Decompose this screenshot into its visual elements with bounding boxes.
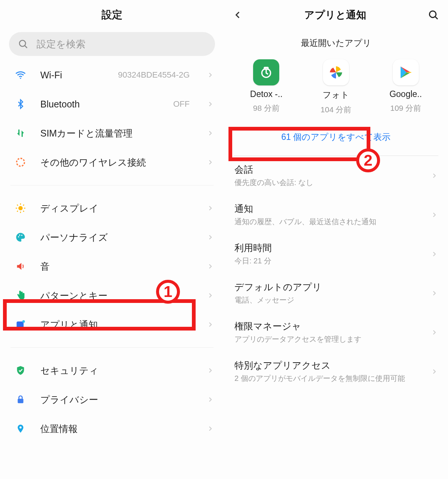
row-permission-manager[interactable]: 権限マネージャ アプリのデータアクセスを管理します: [224, 313, 448, 352]
setting-label: Wi-Fi: [40, 70, 105, 81]
svg-rect-16: [17, 322, 24, 329]
location-icon: [14, 423, 27, 434]
app-time: 109 分前: [390, 103, 421, 113]
chevron-right-icon: [207, 263, 214, 270]
setting-label: 位置情報: [40, 423, 193, 435]
divider: [10, 185, 214, 185]
chevron-right-icon: [431, 212, 438, 218]
wifi-icon: [14, 69, 27, 81]
row-title: 権限マネージャ: [234, 320, 423, 332]
settings-list-3: セキュリティ プライバシー 位置情報: [0, 356, 224, 443]
chevron-right-icon: [207, 396, 214, 403]
setting-value: OFF: [173, 99, 190, 109]
row-title: デフォルトのアプリ: [234, 281, 423, 293]
row-notifications[interactable]: 通知 通知の履歴、バブル、最近送信された通知: [224, 195, 448, 234]
chevron-right-icon: [431, 251, 438, 257]
svg-point-15: [21, 235, 22, 236]
setting-row-sound[interactable]: 音: [0, 252, 224, 281]
apps-settings-list: 会話 優先度の高い会話: なし 通知 通知の履歴、バブル、最近送信された通知 利…: [224, 156, 448, 391]
chevron-right-icon: [207, 321, 214, 328]
svg-line-12: [23, 205, 24, 206]
row-title: 会話: [234, 163, 423, 176]
recent-apps-heading: 最近開いたアプリ: [224, 37, 448, 49]
page-title: アプリと通知: [250, 8, 420, 22]
chevron-right-icon: [207, 130, 214, 137]
setting-row-bluetooth[interactable]: Bluetooth OFF: [0, 90, 224, 119]
wireless-icon: [14, 157, 27, 168]
row-subtitle: 電話、メッセージ: [234, 295, 423, 305]
search-placeholder: 設定を検索: [37, 38, 85, 51]
setting-label: ディスプレイ: [40, 202, 193, 215]
setting-label: セキュリティ: [40, 364, 193, 377]
svg-rect-18: [18, 399, 23, 403]
chevron-right-icon: [207, 205, 214, 212]
setting-row-privacy[interactable]: プライバシー: [0, 385, 224, 414]
svg-point-3: [17, 159, 25, 166]
settings-pane: 設定 設定を検索 Wi-Fi 90324BDE4554-2G Bluetooth…: [0, 0, 224, 479]
recent-app-photos[interactable]: フォト 104 分前: [306, 59, 366, 115]
row-title: 特別なアプリアクセス: [234, 359, 423, 372]
setting-row-sim[interactable]: SIMカードと流量管理: [0, 119, 224, 148]
row-subtitle: 通知の履歴、バブル、最近送信された通知: [234, 216, 423, 227]
apps-icon: [14, 319, 27, 330]
setting-value: 90324BDE4554-2G: [118, 70, 190, 80]
chevron-right-icon: [431, 368, 438, 375]
chevron-right-icon: [431, 329, 438, 336]
search-input[interactable]: 設定を検索: [9, 32, 215, 56]
svg-line-9: [17, 205, 18, 206]
setting-label: パーソナライズ: [40, 231, 193, 244]
chevron-right-icon: [431, 290, 438, 297]
chevron-right-icon: [207, 72, 214, 78]
setting-label: アプリと通知: [40, 319, 193, 331]
row-conversations[interactable]: 会話 優先度の高い会話: なし: [224, 156, 448, 195]
settings-list-1: Wi-Fi 90324BDE4554-2G Bluetooth OFF SIMカ…: [0, 60, 224, 177]
svg-line-10: [23, 211, 24, 212]
back-button[interactable]: [233, 10, 243, 20]
setting-row-pattern[interactable]: パターンとキー: [0, 281, 224, 310]
row-default-apps[interactable]: デフォルトのアプリ 電話、メッセージ: [224, 273, 448, 313]
recent-app-googleplay[interactable]: Google.. 109 分前: [376, 59, 436, 115]
setting-row-security[interactable]: セキュリティ: [0, 356, 224, 385]
svg-line-11: [17, 211, 18, 212]
chevron-right-icon: [207, 292, 214, 299]
search-button[interactable]: [428, 9, 439, 21]
setting-row-display[interactable]: ディスプレイ: [0, 194, 224, 223]
row-subtitle: 2 個のアプリがモバイルデータを無制限に使用可能: [234, 373, 423, 383]
lock-icon: [14, 395, 27, 404]
photos-icon: [323, 59, 349, 85]
chevron-right-icon: [207, 367, 214, 374]
shield-icon: [14, 365, 27, 376]
recent-app-detox[interactable]: Detox -.. 98 分前: [236, 59, 296, 115]
setting-row-personalize[interactable]: パーソナライズ: [0, 223, 224, 252]
hand-icon: [14, 290, 27, 301]
app-time: 104 分前: [321, 104, 352, 115]
app-name: Detox -..: [250, 89, 283, 99]
recent-apps: Detox -.. 98 分前 フォト 104 分前 Google.. 109 …: [224, 59, 448, 115]
setting-row-apps-notifications[interactable]: アプリと通知: [0, 310, 224, 339]
svg-point-4: [18, 206, 23, 210]
search-icon: [18, 39, 28, 49]
row-screentime[interactable]: 利用時間 今日: 21 分: [224, 234, 448, 273]
apps-notifications-pane: アプリと通知 最近開いたアプリ Detox -.. 98 分前 フォト 104 …: [224, 0, 448, 479]
row-special-access[interactable]: 特別なアプリアクセス 2 個のアプリがモバイルデータを無制限に使用可能: [224, 352, 448, 391]
setting-label: その他のワイヤレス接続: [40, 156, 193, 169]
setting-row-wireless[interactable]: その他のワイヤレス接続: [0, 148, 224, 177]
show-all-apps-link[interactable]: 61 個のアプリをすべて表示: [224, 119, 448, 156]
show-all-text: 61 個のアプリをすべて表示: [281, 132, 391, 142]
setting-row-location[interactable]: 位置情報: [0, 414, 224, 443]
annotation-marker-1: 1: [156, 280, 180, 304]
app-name: Google..: [389, 89, 422, 99]
row-title: 通知: [234, 203, 423, 215]
setting-label: 音: [40, 260, 193, 273]
settings-list-2: ディスプレイ パーソナライズ 音: [0, 194, 224, 339]
svg-point-14: [19, 235, 20, 236]
row-subtitle: 今日: 21 分: [234, 256, 423, 266]
svg-point-20: [429, 11, 436, 18]
apps-header: アプリと通知: [224, 0, 448, 30]
play-icon: [393, 59, 419, 85]
setting-label: SIMカードと流量管理: [40, 127, 193, 140]
setting-row-wifi[interactable]: Wi-Fi 90324BDE4554-2G: [0, 60, 224, 90]
divider: [10, 347, 214, 348]
svg-point-19: [19, 426, 22, 429]
app-time: 98 分前: [253, 103, 280, 113]
